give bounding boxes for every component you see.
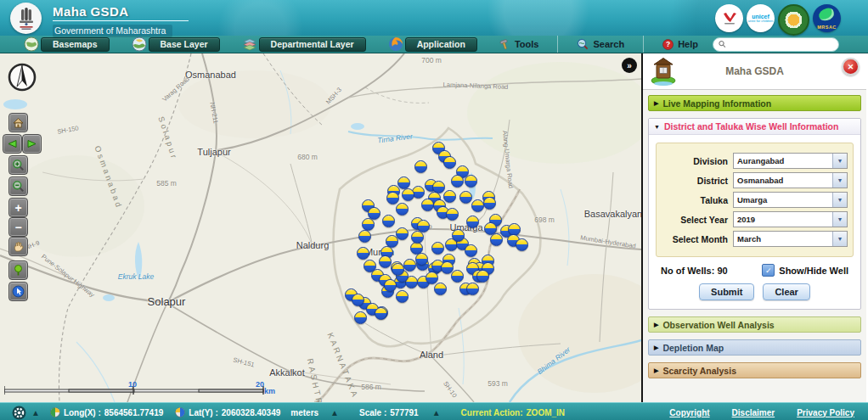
well-marker[interactable] bbox=[483, 197, 496, 210]
well-marker[interactable] bbox=[466, 283, 479, 295]
maharashtra-shape-icon bbox=[818, 7, 836, 21]
accordion-district-taluka[interactable]: ▼ District and Taluka Wise Well Informat… bbox=[649, 119, 860, 135]
well-marker[interactable] bbox=[358, 230, 371, 243]
well-marker[interactable] bbox=[441, 261, 454, 274]
previous-extent-button[interactable] bbox=[3, 134, 22, 154]
well-marker[interactable] bbox=[402, 188, 414, 201]
map-canvas[interactable]: OsmanabadTuljapurNaldurgSolapurAkkalkotB… bbox=[0, 53, 641, 402]
panel-collapse-button[interactable]: » bbox=[622, 58, 637, 73]
well-marker[interactable] bbox=[396, 227, 409, 240]
locate-button[interactable] bbox=[8, 260, 28, 280]
dropdown-arrow-icon[interactable]: ▼ bbox=[832, 232, 847, 246]
accordion-live-mapping[interactable]: ▶ Live Mapping Information bbox=[648, 95, 861, 111]
well-marker[interactable] bbox=[476, 270, 489, 283]
well-marker[interactable] bbox=[386, 192, 399, 204]
dropdown-arrow-icon[interactable]: ▼ bbox=[832, 154, 847, 168]
well-marker[interactable] bbox=[403, 259, 416, 272]
location-pin-icon bbox=[12, 264, 25, 277]
main-content: OsmanabadTuljapurNaldurgSolapurAkkalkotB… bbox=[0, 53, 868, 402]
form-row: Select MonthMarch▼ bbox=[662, 231, 848, 247]
well-marker[interactable] bbox=[396, 290, 409, 303]
base-layer-label: Base Layer bbox=[149, 37, 220, 52]
well-marker[interactable] bbox=[414, 160, 427, 173]
basemaps-button[interactable]: Basemaps bbox=[24, 36, 110, 52]
departmental-layer-button[interactable]: Departmental Layer bbox=[242, 36, 366, 52]
disclaimer-link[interactable]: Disclaimer bbox=[732, 408, 775, 417]
next-extent-button[interactable] bbox=[22, 134, 42, 154]
well-marker[interactable] bbox=[516, 238, 528, 251]
well-marker[interactable] bbox=[446, 208, 459, 221]
well-marker[interactable] bbox=[443, 156, 456, 169]
zoom-out-icon bbox=[12, 180, 25, 193]
dropdown-arrow-icon[interactable]: ▼ bbox=[832, 212, 847, 227]
well-marker[interactable] bbox=[375, 307, 387, 320]
well-marker[interactable] bbox=[465, 244, 477, 257]
search-label: Search bbox=[593, 39, 624, 49]
well-marker[interactable] bbox=[382, 215, 395, 227]
district-select[interactable]: Osmanabad▼ bbox=[733, 172, 848, 188]
zoom-in-icon bbox=[12, 159, 25, 171]
well-marker[interactable] bbox=[451, 270, 464, 283]
zoom-plus-button[interactable]: + bbox=[8, 198, 28, 217]
base-layer-button[interactable]: Base Layer bbox=[132, 36, 220, 52]
taluka-select[interactable]: Umarga▼ bbox=[733, 192, 848, 208]
unicef-tagline: unite for children bbox=[748, 20, 774, 23]
submit-button[interactable]: Submit bbox=[699, 283, 754, 300]
privacy-policy-link[interactable]: Privacy Policy bbox=[797, 408, 854, 417]
zoom-minus-button[interactable]: − bbox=[8, 217, 28, 237]
well-marker[interactable] bbox=[397, 176, 410, 189]
well-marker[interactable] bbox=[452, 229, 465, 242]
scale-readout: Scale : 577791 bbox=[359, 408, 419, 417]
field-label: Select Year bbox=[662, 215, 733, 225]
well-marker[interactable] bbox=[465, 175, 477, 188]
show-hide-checkbox[interactable]: ✓ bbox=[762, 264, 775, 277]
well-marker[interactable] bbox=[362, 218, 375, 231]
search-button[interactable]: Search bbox=[557, 36, 643, 53]
well-marker[interactable] bbox=[434, 283, 447, 295]
well-marker[interactable] bbox=[396, 203, 409, 216]
select-year-select[interactable]: 2019▼ bbox=[733, 211, 848, 227]
home-extent-button[interactable] bbox=[8, 113, 28, 132]
well-marker[interactable] bbox=[357, 247, 369, 260]
well-marker[interactable] bbox=[379, 255, 392, 268]
accordion-scarcity-analysis[interactable]: ▶Scarcity Analysis bbox=[648, 362, 861, 378]
well-marker[interactable] bbox=[471, 199, 484, 212]
application-button[interactable]: Application bbox=[388, 36, 477, 52]
pan-button[interactable] bbox=[8, 237, 28, 256]
well-marker[interactable] bbox=[421, 199, 434, 211]
well-marker[interactable] bbox=[392, 263, 404, 276]
well-marker[interactable] bbox=[490, 233, 503, 246]
well-marker[interactable] bbox=[459, 191, 472, 204]
well-marker[interactable] bbox=[354, 311, 367, 324]
well-marker[interactable] bbox=[443, 190, 456, 203]
well-marker[interactable] bbox=[384, 279, 397, 292]
copyright-link[interactable]: Copyright bbox=[669, 408, 709, 417]
tools-button[interactable]: Tools bbox=[480, 36, 558, 53]
dropdown-arrow-icon[interactable]: ▼ bbox=[832, 193, 847, 207]
well-filter-form: DivisionAurangabad▼DistrictOsmanabad▼Tal… bbox=[656, 143, 854, 257]
well-marker[interactable] bbox=[426, 272, 438, 284]
close-panel-button[interactable]: ✕ bbox=[842, 58, 860, 76]
well-marker[interactable] bbox=[352, 294, 364, 306]
select-month-select[interactable]: March▼ bbox=[733, 231, 848, 247]
search-input[interactable] bbox=[730, 39, 833, 50]
globe-icon bbox=[50, 407, 60, 417]
zoom-out-button[interactable] bbox=[8, 176, 28, 196]
well-marker[interactable] bbox=[411, 231, 424, 244]
zoom-in-button[interactable] bbox=[8, 155, 28, 175]
division-select[interactable]: Aurangabad▼ bbox=[733, 153, 848, 169]
help-button[interactable]: ? Help bbox=[643, 36, 717, 53]
identify-button[interactable] bbox=[8, 282, 28, 301]
accordion-depletion-map[interactable]: ▶Depletion Map bbox=[648, 339, 861, 356]
well-marker[interactable] bbox=[415, 253, 428, 266]
clear-button[interactable]: Clear bbox=[763, 283, 810, 300]
well-marker[interactable] bbox=[466, 216, 479, 228]
accordion-observation-well-analysis[interactable]: ▶Observation Well Analysis bbox=[648, 316, 861, 333]
action-label: Current Action: bbox=[461, 408, 523, 417]
sidebar-body: ▶ Live Mapping Information ▼ District an… bbox=[643, 90, 866, 384]
dropdown-arrow-icon[interactable]: ▼ bbox=[832, 173, 847, 188]
search-globe-icon bbox=[577, 38, 589, 50]
chevron-right-icon: ▶ bbox=[654, 322, 658, 328]
well-marker[interactable] bbox=[451, 175, 464, 188]
well-marker[interactable] bbox=[431, 242, 444, 255]
